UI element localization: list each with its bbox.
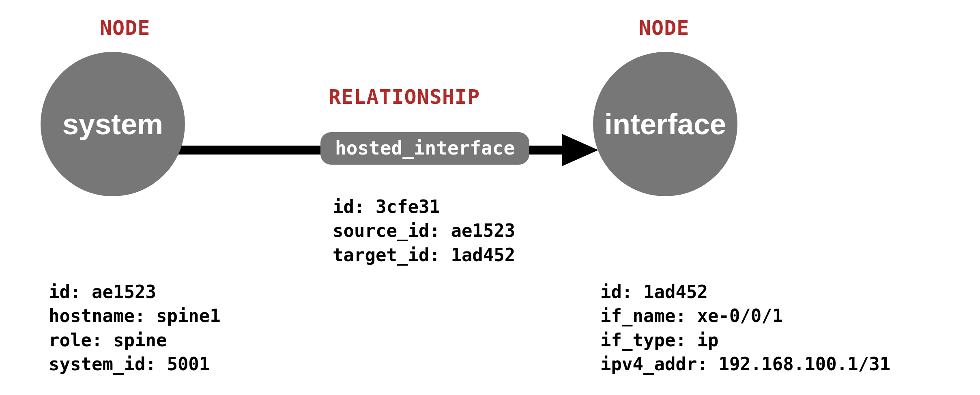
graph-diagram: NODE system id: ae1523 hostname: spine1 … [0,0,980,395]
relationship-props: id: 3cfe31 source_id: ae1523 target_id: … [333,195,515,267]
right-node-header: NODE [639,16,689,40]
relationship-type: hosted_interface [335,137,515,159]
left-node-header: NODE [100,16,150,40]
left-node-type: system [62,107,163,141]
right-node-circle: interface [593,52,737,196]
left-node-props: id: ae1523 hostname: spine1 role: spine … [49,280,221,376]
left-node-circle: system [41,52,185,196]
svg-marker-1 [562,134,598,166]
right-node-props: id: 1ad452 if_name: xe-0/0/1 if_type: ip… [600,280,890,376]
relationship-pill: hosted_interface [320,132,529,165]
relationship-header: RELATIONSHIP [329,85,480,109]
right-node-type: interface [604,107,726,141]
